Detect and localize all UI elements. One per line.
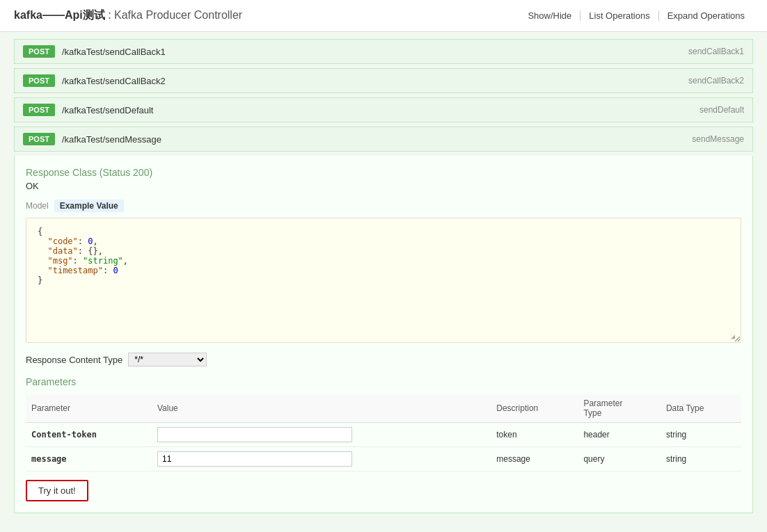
parameters-title: Parameters (26, 376, 741, 387)
list-operations-button[interactable]: List Operations (580, 10, 658, 21)
method-badge-post-3: POST (23, 104, 55, 116)
endpoint-left-4: POST /kafkaTest/sendMessage (23, 133, 161, 145)
param-data-type-content-token: string (661, 423, 741, 447)
param-desc-message: message (491, 447, 578, 471)
main-content: POST /kafkaTest/sendCallBack1 sendCallBa… (0, 32, 767, 532)
parameters-table: Parameter Value Description ParameterTyp… (26, 394, 741, 471)
endpoint-left-3: POST /kafkaTest/sendDefault (23, 104, 153, 116)
content-token-input[interactable] (157, 427, 352, 442)
header-title: kafka——Api测试 : Kafka Producer Controller (14, 8, 242, 23)
endpoint-row-sendcallback2[interactable]: POST /kafkaTest/sendCallBack2 sendCallBa… (14, 68, 753, 93)
param-name-content-token: Content-token (26, 423, 152, 447)
endpoint-row-senddefault[interactable]: POST /kafkaTest/sendDefault sendDefault (14, 97, 753, 122)
param-value-message[interactable] (152, 447, 491, 471)
message-input[interactable] (157, 451, 352, 467)
param-data-type-message: string (661, 447, 741, 471)
endpoint-name-2: sendCallBack2 (688, 76, 744, 86)
resize-handle[interactable]: ◢ (731, 332, 739, 341)
col-description: Description (491, 394, 578, 423)
endpoint-name-1: sendCallBack1 (688, 47, 744, 56)
page-wrapper: kafka——Api测试 : Kafka Producer Controller… (0, 0, 767, 532)
col-param-type: ParameterType (578, 394, 661, 423)
brand-name: kafka——Api测试 (14, 9, 105, 21)
table-header-row: Parameter Value Description ParameterTyp… (26, 394, 741, 423)
content-type-label: Response Content Type (26, 355, 122, 365)
content-type-row: Response Content Type */* application/js… (26, 353, 741, 366)
endpoint-path-3: /kafkaTest/sendDefault (62, 105, 154, 115)
try-it-out-button[interactable]: Try it out! (26, 480, 88, 501)
endpoint-path-4: /kafkaTest/sendMessage (62, 134, 161, 145)
expand-operations-button[interactable]: Expand Operations (658, 10, 753, 21)
param-type-message: query (578, 447, 661, 471)
param-desc-content-token: token (491, 423, 578, 447)
endpoint-path-2: /kafkaTest/sendCallBack2 (62, 76, 166, 86)
try-it-out-row: Try it out! (26, 480, 741, 501)
expanded-section: Response Class (Status 200) OK Model Exa… (14, 156, 753, 513)
endpoint-left: POST /kafkaTest/sendCallBack1 (23, 45, 166, 58)
endpoint-left-2: POST /kafkaTest/sendCallBack2 (23, 74, 166, 87)
example-value-tab[interactable]: Example Value (54, 200, 124, 212)
param-type-content-token: header (578, 423, 661, 447)
header-subtitle: Kafka Producer Controller (114, 9, 242, 21)
endpoint-path-1: /kafkaTest/sendCallBack1 (62, 47, 166, 57)
endpoint-row-sendcallback1[interactable]: POST /kafkaTest/sendCallBack1 sendCallBa… (14, 39, 753, 64)
content-type-select[interactable]: */* application/json text/plain (128, 353, 207, 366)
header: kafka——Api测试 : Kafka Producer Controller… (0, 0, 767, 32)
table-row: message message query string (26, 447, 741, 471)
code-block: { "code": 0, "data": {}, "msg": "string"… (26, 218, 741, 343)
model-tabs: Model Example Value (26, 200, 741, 212)
method-badge-post-2: POST (23, 74, 55, 87)
col-parameter: Parameter (26, 394, 152, 423)
param-name-message: message (26, 447, 152, 471)
show-hide-button[interactable]: Show/Hide (519, 10, 580, 21)
col-data-type: Data Type (661, 394, 741, 423)
param-value-content-token[interactable] (152, 423, 491, 447)
endpoint-name-3: sendDefault (699, 105, 744, 115)
response-class-title: Response Class (Status 200) (26, 167, 741, 178)
col-value: Value (152, 394, 491, 423)
method-badge-post-4: POST (23, 133, 55, 145)
table-row: Content-token token header string (26, 423, 741, 447)
endpoint-name-4: sendMessage (692, 134, 744, 144)
endpoint-row-sendmessage[interactable]: POST /kafkaTest/sendMessage sendMessage (14, 127, 753, 152)
model-tab[interactable]: Model (26, 200, 54, 212)
header-separator: : (108, 9, 114, 21)
response-ok: OK (26, 181, 741, 191)
header-actions: Show/Hide List Operations Expand Operati… (519, 10, 753, 21)
method-badge-post: POST (23, 45, 55, 58)
